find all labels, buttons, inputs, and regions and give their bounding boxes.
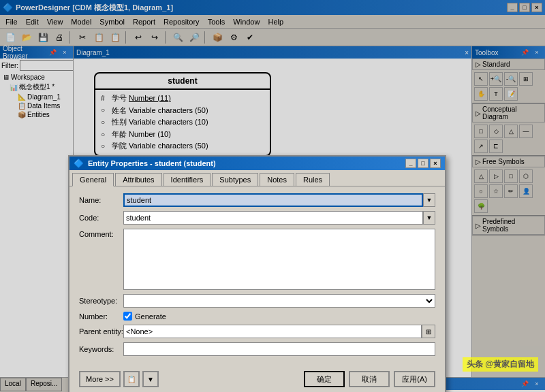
code-label: Code: — [79, 214, 123, 222]
dialog-footer: More >> 📋 ▼ 确定 取消 应用(A) — [69, 367, 445, 392]
comment-textarea[interactable] — [123, 229, 435, 290]
generate-checkbox[interactable] — [123, 312, 132, 321]
cancel-button[interactable]: 取消 — [349, 371, 390, 387]
keywords-label: Keywords: — [79, 345, 123, 353]
tab-general[interactable]: General — [72, 173, 114, 186]
dialog-body: Name: ▼ Code: ▼ Comment: Stereotype: — [69, 186, 445, 367]
more-button[interactable]: More >> — [79, 371, 121, 387]
parent-row: Parent entity: ⊞ — [79, 325, 435, 338]
code-btn[interactable]: ▼ — [423, 211, 435, 225]
watermark-text: 头条 @黄家自留地 — [467, 359, 534, 369]
name-row: Name: ▼ — [79, 193, 435, 207]
stereotype-row: Stereotype: — [79, 294, 435, 308]
name-input[interactable] — [123, 193, 423, 207]
code-row: Code: ▼ — [79, 211, 435, 225]
tab-identifiers[interactable]: Identifiers — [164, 173, 211, 186]
apply-button[interactable]: 应用(A) — [394, 371, 435, 387]
parent-browse-btn[interactable]: ⊞ — [422, 325, 435, 338]
modal-overlay: 🔷 Entity Properties - student (student) … — [0, 0, 545, 392]
keywords-row: Keywords: — [79, 342, 435, 356]
tab-attributes[interactable]: Attributes — [115, 173, 161, 186]
comment-label: Comment: — [79, 229, 123, 238]
parent-label: Parent entity: — [79, 327, 123, 336]
name-label: Name: — [79, 196, 123, 204]
name-btn[interactable]: ▼ — [423, 193, 435, 207]
footer-icon-btn2[interactable]: ▼ — [142, 371, 159, 387]
tab-rules[interactable]: Rules — [296, 173, 330, 186]
number-row: Number: Generate — [79, 312, 435, 321]
stereotype-select[interactable] — [123, 294, 435, 308]
footer-left: More >> 📋 ▼ — [79, 371, 159, 387]
stereotype-label: Stereotype: — [79, 297, 123, 305]
comment-row: Comment: — [79, 229, 435, 290]
dialog-controls: _ □ × — [405, 159, 441, 168]
confirm-button[interactable]: 确定 — [304, 371, 345, 387]
dialog-icon: 🔷 — [74, 159, 84, 168]
footer-right: 确定 取消 应用(A) — [304, 371, 435, 387]
generate-label: Generate — [135, 312, 166, 321]
dialog-close[interactable]: × — [430, 159, 441, 168]
tab-subtypes[interactable]: Subtypes — [212, 173, 258, 186]
footer-icon-btn1[interactable]: 📋 — [123, 371, 140, 387]
code-input[interactable] — [123, 211, 423, 225]
entity-properties-dialog: 🔷 Entity Properties - student (student) … — [68, 155, 446, 392]
dialog-maximize[interactable]: □ — [418, 159, 429, 168]
parent-input[interactable] — [123, 325, 422, 338]
dialog-minimize[interactable]: _ — [405, 159, 416, 168]
number-label: Number: — [79, 312, 123, 321]
dialog-title: Entity Properties - student (student) — [88, 159, 405, 167]
watermark: 头条 @黄家自留地 — [463, 357, 538, 372]
dialog-titlebar: 🔷 Entity Properties - student (student) … — [69, 157, 445, 170]
keywords-input[interactable] — [123, 342, 435, 356]
generate-row: Generate — [123, 312, 166, 321]
dialog-tabs: General Attributes Identifiers Subtypes … — [69, 170, 445, 186]
tab-notes[interactable]: Notes — [260, 173, 294, 186]
